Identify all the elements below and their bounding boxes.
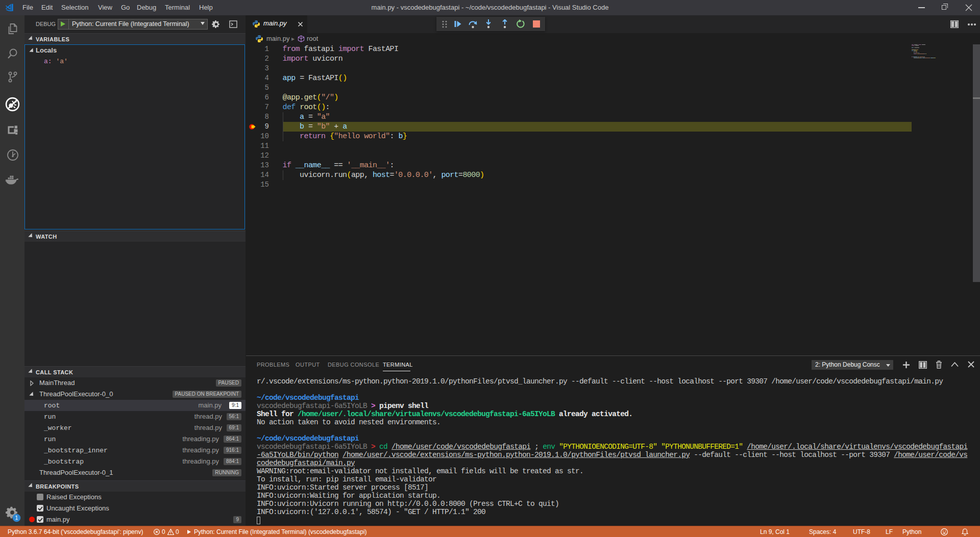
svg-text:1: 1 [15, 515, 18, 521]
